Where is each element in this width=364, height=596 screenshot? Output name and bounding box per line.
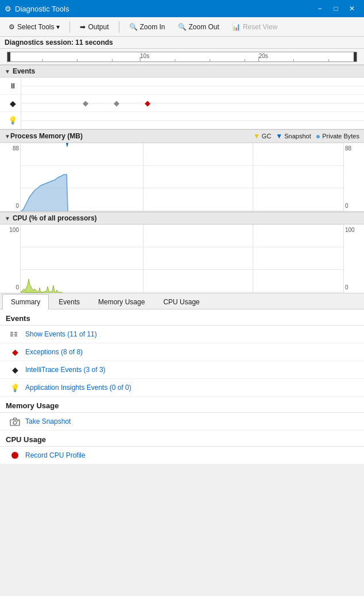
diamond-icon-cell: ◆ — [5, 99, 21, 108]
app-icon: ⚙ — [5, 5, 11, 13]
summary-item-take-snapshot[interactable]: Take Snapshot — [0, 413, 364, 431]
ruler-track[interactable]: 10s 20s — [7, 52, 357, 62]
intellitrace-link[interactable]: IntelliTrace Events (3 of 3) — [25, 366, 106, 374]
app-title: Diagnostic Tools — [15, 5, 69, 13]
cpu-y-top-left: 100 — [1, 227, 19, 233]
title-bar: ⚙ Diagnostic Tools − □ ✕ — [0, 0, 364, 17]
app-insights-link[interactable]: Application Insights Events (0 of 0) — [25, 384, 131, 392]
insights-events-svg — [21, 112, 364, 129]
timeline-ruler: 10s 20s — [0, 49, 364, 65]
memory-area-path — [21, 175, 68, 211]
record-icon — [9, 450, 21, 461]
output-label: Output — [88, 23, 109, 31]
events-section-header[interactable]: ▼ Events — [0, 65, 364, 78]
cpu-chart-container: 100 0 100 0 — [0, 225, 364, 293]
tab-cpu-usage-label: CPU Usage — [163, 298, 199, 306]
summary-memory-title: Memory Usage — [0, 397, 364, 413]
pause-icon: ⏸ — [9, 82, 17, 90]
reset-view-button[interactable]: 📊 Reset View — [227, 21, 282, 33]
pause-events-svg — [21, 78, 364, 95]
memory-section-header[interactable]: ▼ Process Memory (MB) ▼ GC ▼ Snapshot ● … — [0, 129, 364, 143]
tab-events[interactable]: Events — [50, 294, 88, 309]
reset-view-label: Reset View — [243, 23, 277, 31]
intellitrace-icon: ◆ — [9, 364, 21, 376]
insights-events-canvas[interactable] — [21, 112, 364, 129]
memory-y-bottom-left: 0 — [1, 203, 19, 209]
memory-y-axis-left: 88 0 — [0, 143, 21, 211]
cpu-y-axis-left: 100 0 — [0, 225, 21, 293]
summary-content: Events Show Events (11 of 11) ◆ Exceptio… — [0, 309, 364, 465]
svg-point-34 — [17, 420, 18, 421]
tab-cpu-usage[interactable]: CPU Usage — [154, 294, 208, 309]
dropdown-arrow-icon: ▾ — [56, 23, 60, 31]
cpu-y-axis-right: 100 0 — [343, 225, 364, 293]
show-events-link[interactable]: Show Events (11 of 11) — [25, 330, 97, 338]
snapshot-marker — [66, 143, 68, 148]
exceptions-link[interactable]: Exceptions (8 of 8) — [25, 348, 83, 356]
gc-label: GC — [262, 133, 272, 140]
memory-chart-main[interactable] — [21, 143, 343, 211]
bottom-tabs: Summary Events Memory Usage CPU Usage — [0, 293, 364, 309]
title-bar-controls: − □ ✕ — [312, 3, 359, 14]
take-snapshot-link[interactable]: Take Snapshot — [25, 417, 71, 425]
private-bytes-label: Private Bytes — [322, 133, 359, 140]
pause-icon-cell: ⏸ — [5, 82, 21, 90]
exception-diamond-icon: ◆ — [12, 347, 18, 357]
snapshot-icon: ▼ — [276, 132, 282, 140]
legend-gc: ▼ GC — [253, 132, 271, 140]
memory-chart-container: 88 0 88 0 — [0, 143, 364, 212]
cpu-panel: ▼ CPU (% of all processors) 100 0 100 — [0, 212, 364, 293]
toolbar-separator-2 — [119, 21, 119, 33]
show-events-icon — [9, 328, 21, 340]
select-tools-label: Select Tools — [17, 23, 54, 31]
summary-item-exceptions[interactable]: ◆ Exceptions (8 of 8) — [0, 343, 364, 361]
camera-icon — [9, 416, 21, 427]
cpu-chart-svg — [21, 225, 343, 293]
cpu-section-header[interactable]: ▼ CPU (% of all processors) — [0, 212, 364, 225]
memory-panel: ▼ Process Memory (MB) ▼ GC ▼ Snapshot ● … — [0, 129, 364, 212]
title-bar-left: ⚙ Diagnostic Tools — [5, 5, 69, 13]
diamond-marker-1: ◆ — [83, 99, 88, 107]
camera-svg-icon — [10, 417, 20, 426]
record-cpu-link[interactable]: Record CPU Profile — [25, 451, 86, 459]
events-row-insights: 💡 — [0, 112, 364, 129]
toolbar-separator-1 — [69, 21, 70, 33]
pause-events-canvas[interactable] — [21, 78, 364, 95]
session-label: Diagnostics session: 11 seconds — [5, 38, 113, 47]
maximize-button[interactable]: □ — [328, 3, 343, 14]
cpu-chart-main[interactable] — [21, 225, 343, 293]
tab-memory-usage[interactable]: Memory Usage — [90, 294, 153, 309]
summary-item-intellitrace[interactable]: ◆ IntelliTrace Events (3 of 3) — [0, 361, 364, 379]
svg-point-35 — [11, 452, 18, 459]
tab-summary[interactable]: Summary — [2, 294, 49, 309]
memory-y-top-left: 88 — [1, 145, 19, 152]
memory-collapse-icon: ▼ — [5, 133, 10, 140]
intellitrace-diamond-icon: ◆ — [12, 365, 18, 374]
close-button[interactable]: ✕ — [344, 3, 359, 14]
output-button[interactable]: ➡ Output — [75, 21, 114, 33]
zoom-in-button[interactable]: 🔍 Zoom In — [124, 21, 171, 33]
cpu-y-top-right: 100 — [345, 227, 363, 233]
summary-events-title: Events — [0, 309, 364, 326]
diamond-events-canvas[interactable]: ◆ ◆ ◆ — [21, 95, 364, 112]
gc-icon: ▼ — [253, 132, 260, 140]
cpu-y-bottom-right: 0 — [345, 284, 363, 291]
lightbulb-icon-cell: 💡 — [5, 116, 21, 125]
record-svg-icon — [10, 451, 20, 460]
diamond-marker-3: ◆ — [145, 99, 150, 107]
select-tools-button[interactable]: ⚙ Select Tools ▾ — [3, 21, 65, 33]
minimize-button[interactable]: − — [312, 3, 327, 14]
events-panel: ▼ Events ⏸ ◆ — [0, 65, 364, 129]
output-icon: ➡ — [80, 23, 86, 31]
zoom-in-label: Zoom In — [140, 23, 165, 31]
ruler-ticks-svg — [7, 52, 357, 61]
private-bytes-icon: ● — [316, 131, 320, 141]
cpu-section-title: CPU (% of all processors) — [13, 214, 97, 222]
summary-item-show-events[interactable]: Show Events (11 of 11) — [0, 326, 364, 343]
diamond-marker-2: ◆ — [114, 99, 119, 107]
zoom-out-button[interactable]: 🔍 Zoom Out — [173, 21, 224, 33]
summary-item-app-insights[interactable]: 💡 Application Insights Events (0 of 0) — [0, 379, 364, 397]
memory-section-title: Process Memory (MB) — [10, 132, 83, 140]
summary-item-record-cpu[interactable]: Record CPU Profile — [0, 447, 364, 465]
memory-y-bottom-right: 0 — [345, 203, 363, 209]
